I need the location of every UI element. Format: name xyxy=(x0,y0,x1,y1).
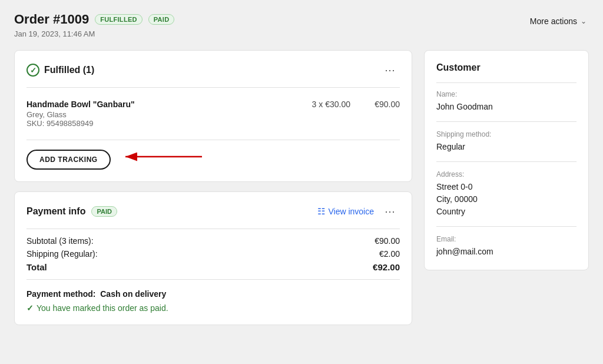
product-sku: SKU: 95498858949 xyxy=(26,119,135,128)
address-line3: Country xyxy=(436,206,577,218)
payment-menu-button[interactable]: ⋯ xyxy=(381,204,400,219)
fulfilled-title-text: Fulfilled (1) xyxy=(44,65,94,75)
payment-card-header: Payment info PAID ☷ View invoice ⋯ xyxy=(26,204,400,219)
left-column: ✓ Fulfilled (1) ⋯ Handmade Bowl "Ganbaru… xyxy=(14,50,412,325)
add-tracking-button[interactable]: ADD TRACKING xyxy=(26,150,111,170)
customer-card: Customer Name: John Goodman Shipping met… xyxy=(424,50,589,270)
payment-method-row: Payment method: Cash on delivery xyxy=(26,289,400,299)
fulfilled-menu-button[interactable]: ⋯ xyxy=(381,62,400,78)
payment-method-value: Cash on delivery xyxy=(100,289,166,299)
page-header: Order #1009 FULFILLED PAID Jan 19, 2023,… xyxy=(14,12,589,38)
payment-divider xyxy=(26,229,400,229)
order-timestamp: Jan 19, 2023, 11:46 AM xyxy=(14,29,174,38)
product-total-price: €90.00 xyxy=(365,100,400,109)
product-name: Handmade Bowl "Ganbaru" xyxy=(26,100,135,109)
payment-card: Payment info PAID ☷ View invoice ⋯ Subto… xyxy=(14,191,412,325)
payment-paid-badge: PAID xyxy=(91,206,117,217)
total-divider xyxy=(26,279,400,280)
subtotal-label: Subtotal (3 items): xyxy=(26,236,94,246)
product-divider xyxy=(26,140,400,140)
customer-name-field: Name: John Goodman xyxy=(436,90,577,122)
subtotal-value: €90.00 xyxy=(375,236,400,246)
fulfilled-divider xyxy=(26,87,400,88)
right-column: Customer Name: John Goodman Shipping met… xyxy=(424,50,589,270)
name-value: John Goodman xyxy=(436,101,577,113)
total-row: Total €92.00 xyxy=(26,262,400,272)
view-invoice-label: View invoice xyxy=(328,207,374,216)
more-actions-label: More actions xyxy=(530,16,577,26)
confirmation-text: You have marked this order as paid. xyxy=(37,303,168,313)
email-value: john@mail.com xyxy=(436,246,577,258)
order-title: Order #1009 FULFILLED PAID xyxy=(14,12,174,27)
product-info: Handmade Bowl "Ganbaru" Grey, Glass SKU:… xyxy=(26,100,135,128)
product-variant: Grey, Glass xyxy=(26,110,135,119)
fulfilled-card-header: ✓ Fulfilled (1) ⋯ xyxy=(26,62,400,78)
customer-divider-top xyxy=(436,82,577,83)
payment-title: Payment info xyxy=(26,206,85,217)
address-line1: Street 0-0 xyxy=(436,181,577,193)
payment-header-left: Payment info PAID xyxy=(26,206,117,217)
order-number: Order #1009 xyxy=(14,12,89,27)
paid-badge: PAID xyxy=(148,14,175,25)
address-line2: City, 00000 xyxy=(436,193,577,206)
check-icon: ✓ xyxy=(26,303,34,313)
fulfilled-badge: FULFILLED xyxy=(95,14,143,25)
invoice-icon: ☷ xyxy=(317,206,325,217)
fulfilled-card: ✓ Fulfilled (1) ⋯ Handmade Bowl "Ganbaru… xyxy=(14,50,412,182)
product-qty-price: 3 x €30.00 xyxy=(312,100,350,109)
arrow-annotation xyxy=(114,146,208,170)
total-value: €92.00 xyxy=(373,262,400,272)
payment-method-label: Payment method: xyxy=(26,289,95,299)
subtotal-row: Subtotal (3 items): €90.00 xyxy=(26,236,400,246)
shipping-method-value: Regular xyxy=(436,141,577,153)
customer-email-field: Email: john@mail.com xyxy=(436,235,577,258)
product-row: Handmade Bowl "Ganbaru" Grey, Glass SKU:… xyxy=(26,95,400,133)
name-label: Name: xyxy=(436,90,577,98)
main-layout: ✓ Fulfilled (1) ⋯ Handmade Bowl "Ganbaru… xyxy=(14,50,589,325)
product-pricing: 3 x €30.00 €90.00 xyxy=(312,100,400,109)
total-label: Total xyxy=(26,262,47,272)
shipping-value: €2.00 xyxy=(379,249,400,259)
view-invoice-button[interactable]: ☷ View invoice xyxy=(317,206,374,217)
shipping-row: Shipping (Regular): €2.00 xyxy=(26,249,400,259)
shipping-method-label: Shipping method: xyxy=(436,130,577,138)
address-label: Address: xyxy=(436,170,577,178)
address-value: Street 0-0 City, 00000 Country xyxy=(436,181,577,218)
fulfilled-card-title: ✓ Fulfilled (1) xyxy=(26,64,94,77)
customer-address-field: Address: Street 0-0 City, 00000 Country xyxy=(436,170,577,227)
more-actions-button[interactable]: More actions ⌄ xyxy=(528,12,589,31)
email-label: Email: xyxy=(436,235,577,243)
customer-shipping-field: Shipping method: Regular xyxy=(436,130,577,162)
add-tracking-section: ADD TRACKING xyxy=(26,150,400,170)
fulfilled-check-icon: ✓ xyxy=(26,64,39,77)
customer-title: Customer xyxy=(436,62,577,73)
shipping-label: Shipping (Regular): xyxy=(26,249,98,259)
paid-confirmation: ✓ You have marked this order as paid. xyxy=(26,303,400,313)
chevron-down-icon: ⌄ xyxy=(581,17,587,25)
header-left: Order #1009 FULFILLED PAID Jan 19, 2023,… xyxy=(14,12,174,38)
